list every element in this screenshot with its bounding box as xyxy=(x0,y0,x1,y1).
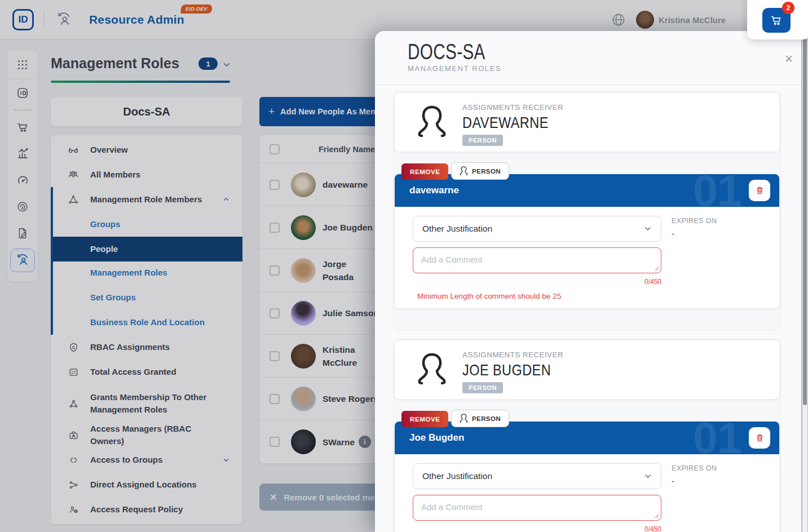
char-counter: 0/450 xyxy=(413,525,661,532)
assignment-card: REMOVE PERSON davewarne 01 xyxy=(395,174,779,308)
panel-header-divider xyxy=(375,85,801,85)
scrollbar-thumb[interactable] xyxy=(803,33,807,405)
char-counter: 0/450 xyxy=(413,278,661,286)
expires-label: EXPIRES ON xyxy=(672,464,717,472)
person-icon xyxy=(460,166,468,176)
person-silhouette-icon xyxy=(417,353,447,387)
receiver-label: ASSIGNMENTS RECEIVER xyxy=(462,103,563,112)
receiver-card: ASSIGNMENTS RECEIVER DAVEWARNE PERSON xyxy=(395,93,779,152)
assignment-number: 01 xyxy=(693,422,742,454)
justification-select[interactable]: Other Justification xyxy=(413,216,661,242)
comment-input[interactable] xyxy=(413,495,661,521)
delete-assignment-button[interactable] xyxy=(749,180,770,201)
trash-icon xyxy=(755,185,765,196)
expires-block: EXPIRES ON - xyxy=(672,216,717,238)
receiver-type-badge: PERSON xyxy=(462,135,503,146)
person-icon xyxy=(460,414,468,423)
receiver-type-badge: PERSON xyxy=(462,382,503,393)
assignment-card: REMOVE PERSON Joe Bugden 01 xyxy=(395,422,779,532)
receiver-label: ASSIGNMENTS RECEIVER xyxy=(462,351,563,359)
assignment-section: ASSIGNMENTS RECEIVER JOE BUGDEN PERSON R… xyxy=(393,339,781,532)
remove-button[interactable]: REMOVE xyxy=(401,163,448,180)
justification-select[interactable]: Other Justification xyxy=(413,463,661,489)
cart-icon xyxy=(770,14,783,26)
chevron-down-icon xyxy=(643,472,652,481)
expires-block: EXPIRES ON - xyxy=(672,463,717,486)
justification-form: Other Justification EXPIRES ON - 0/450 xyxy=(395,207,779,308)
expires-value: - xyxy=(672,476,717,486)
chevron-down-icon xyxy=(643,224,652,233)
assignment-number: 01 xyxy=(693,174,742,207)
person-type-chip[interactable]: PERSON xyxy=(451,162,509,180)
scrollbar[interactable] xyxy=(802,31,807,532)
panel-title: DOCS-SA xyxy=(408,40,507,64)
assignment-bar: Joe Bugden 01 xyxy=(395,422,779,454)
person-type-chip[interactable]: PERSON xyxy=(451,410,509,427)
assignments-panel: DOCS-SA MANAGEMENT ROLES ✕ ASSIGNMENTS R… xyxy=(375,31,801,532)
receiver-card: ASSIGNMENTS RECEIVER JOE BUGDEN PERSON xyxy=(395,340,779,399)
receiver-name: JOE BUGDEN xyxy=(462,361,568,379)
cart-card: 2 xyxy=(747,0,808,39)
trash-icon xyxy=(755,433,765,443)
validation-error: Minimum Length of comment should be 25 xyxy=(413,292,779,300)
assignment-section: ASSIGNMENTS RECEIVER DAVEWARNE PERSON RE… xyxy=(393,91,781,330)
panel-subtitle: MANAGEMENT ROLES xyxy=(408,64,501,73)
justification-form: Other Justification EXPIRES ON - 0/450 xyxy=(395,454,779,532)
expires-value: - xyxy=(672,229,717,238)
receiver-name: DAVEWARNE xyxy=(462,114,565,132)
assignment-bar: davewarne 01 xyxy=(395,174,779,207)
cart-count-badge: 2 xyxy=(782,2,794,14)
comment-input[interactable] xyxy=(413,247,661,273)
remove-button[interactable]: REMOVE xyxy=(401,411,448,427)
person-silhouette-icon xyxy=(417,105,447,139)
delete-assignment-button[interactable] xyxy=(749,427,770,449)
expires-label: EXPIRES ON xyxy=(672,217,717,225)
close-icon[interactable]: ✕ xyxy=(784,52,793,65)
